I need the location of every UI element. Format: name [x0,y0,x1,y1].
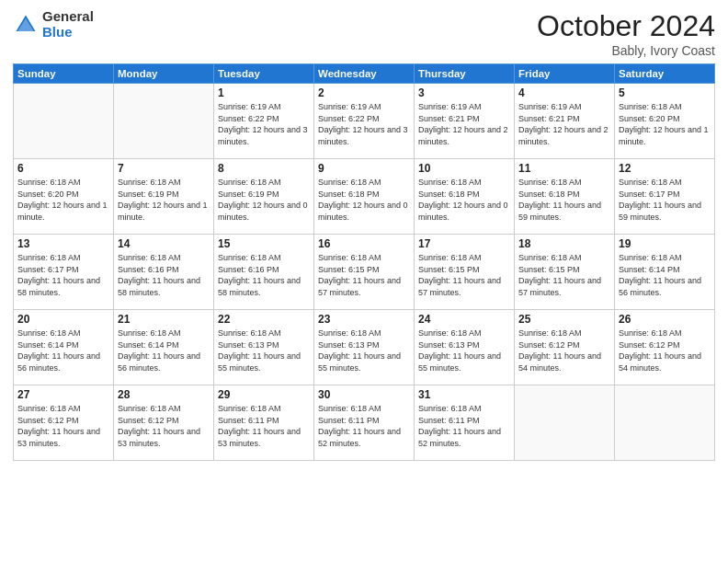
day-number: 13 [17,237,109,250]
day-info: Sunrise: 6:18 AM Sunset: 6:13 PM Dayligh… [218,327,310,373]
day-info: Sunrise: 6:18 AM Sunset: 6:18 PM Dayligh… [418,177,510,223]
calendar-cell: 29Sunrise: 6:18 AM Sunset: 6:11 PM Dayli… [214,385,314,461]
day-info: Sunrise: 6:18 AM Sunset: 6:11 PM Dayligh… [418,403,510,449]
calendar-cell: 3Sunrise: 6:19 AM Sunset: 6:21 PM Daylig… [415,84,515,159]
header: General Blue October 2024 Bably, Ivory C… [13,9,715,58]
day-info: Sunrise: 6:18 AM Sunset: 6:18 PM Dayligh… [318,177,410,223]
day-info: Sunrise: 6:18 AM Sunset: 6:15 PM Dayligh… [418,252,510,298]
title-section: October 2024 Bably, Ivory Coast [537,9,715,58]
day-number: 19 [619,237,711,250]
day-info: Sunrise: 6:18 AM Sunset: 6:12 PM Dayligh… [17,403,109,449]
day-number: 15 [218,237,310,250]
day-number: 4 [518,86,610,99]
calendar-day-header: Wednesday [314,64,415,84]
calendar-cell: 9Sunrise: 6:18 AM Sunset: 6:18 PM Daylig… [314,159,415,235]
calendar-cell: 14Sunrise: 6:18 AM Sunset: 6:16 PM Dayli… [114,235,214,310]
calendar-cell [615,385,715,461]
day-number: 7 [118,162,210,175]
calendar-cell: 5Sunrise: 6:18 AM Sunset: 6:20 PM Daylig… [615,84,715,159]
day-info: Sunrise: 6:19 AM Sunset: 6:22 PM Dayligh… [218,101,310,147]
day-number: 8 [218,162,310,175]
calendar-cell: 16Sunrise: 6:18 AM Sunset: 6:15 PM Dayli… [314,235,415,310]
day-number: 1 [218,86,310,99]
calendar-cell: 25Sunrise: 6:18 AM Sunset: 6:12 PM Dayli… [515,310,615,385]
day-number: 16 [318,237,410,250]
calendar-cell: 2Sunrise: 6:19 AM Sunset: 6:22 PM Daylig… [314,84,415,159]
calendar-cell: 17Sunrise: 6:18 AM Sunset: 6:15 PM Dayli… [415,235,515,310]
day-number: 24 [418,313,510,326]
day-number: 25 [518,313,610,326]
calendar-cell: 24Sunrise: 6:18 AM Sunset: 6:13 PM Dayli… [415,310,515,385]
day-number: 9 [318,162,410,175]
day-number: 29 [218,388,310,401]
day-info: Sunrise: 6:18 AM Sunset: 6:11 PM Dayligh… [318,403,410,449]
calendar-day-header: Saturday [615,64,715,84]
day-number: 28 [118,388,210,401]
calendar-cell: 15Sunrise: 6:18 AM Sunset: 6:16 PM Dayli… [214,235,314,310]
calendar-day-header: Friday [515,64,615,84]
calendar-week-row: 1Sunrise: 6:19 AM Sunset: 6:22 PM Daylig… [14,84,715,159]
calendar-cell [515,385,615,461]
calendar-cell: 11Sunrise: 6:18 AM Sunset: 6:18 PM Dayli… [515,159,615,235]
location: Bably, Ivory Coast [537,43,715,58]
calendar-table: SundayMondayTuesdayWednesdayThursdayFrid… [13,63,715,461]
day-number: 5 [619,86,711,99]
day-number: 10 [418,162,510,175]
calendar-cell: 22Sunrise: 6:18 AM Sunset: 6:13 PM Dayli… [214,310,314,385]
calendar-cell: 4Sunrise: 6:19 AM Sunset: 6:21 PM Daylig… [515,84,615,159]
calendar-cell [114,84,214,159]
calendar-week-row: 6Sunrise: 6:18 AM Sunset: 6:20 PM Daylig… [14,159,715,235]
day-number: 14 [118,237,210,250]
day-number: 11 [518,162,610,175]
day-info: Sunrise: 6:19 AM Sunset: 6:22 PM Dayligh… [318,101,410,147]
day-info: Sunrise: 6:18 AM Sunset: 6:12 PM Dayligh… [518,327,610,373]
calendar-cell: 12Sunrise: 6:18 AM Sunset: 6:17 PM Dayli… [615,159,715,235]
day-number: 20 [17,313,109,326]
calendar-header-row: SundayMondayTuesdayWednesdayThursdayFrid… [14,64,715,84]
calendar-cell: 1Sunrise: 6:19 AM Sunset: 6:22 PM Daylig… [214,84,314,159]
calendar-cell: 20Sunrise: 6:18 AM Sunset: 6:14 PM Dayli… [14,310,114,385]
calendar-cell: 18Sunrise: 6:18 AM Sunset: 6:15 PM Dayli… [515,235,615,310]
calendar-cell: 21Sunrise: 6:18 AM Sunset: 6:14 PM Dayli… [114,310,214,385]
logo-text: General Blue [42,9,94,40]
day-info: Sunrise: 6:18 AM Sunset: 6:19 PM Dayligh… [118,177,210,223]
day-number: 23 [318,313,410,326]
day-info: Sunrise: 6:18 AM Sunset: 6:13 PM Dayligh… [318,327,410,373]
calendar-cell: 13Sunrise: 6:18 AM Sunset: 6:17 PM Dayli… [14,235,114,310]
calendar-cell: 19Sunrise: 6:18 AM Sunset: 6:14 PM Dayli… [615,235,715,310]
day-number: 22 [218,313,310,326]
calendar-cell: 28Sunrise: 6:18 AM Sunset: 6:12 PM Dayli… [114,385,214,461]
day-number: 31 [418,388,510,401]
calendar-cell [14,84,114,159]
calendar-week-row: 13Sunrise: 6:18 AM Sunset: 6:17 PM Dayli… [14,235,715,310]
calendar-cell: 26Sunrise: 6:18 AM Sunset: 6:12 PM Dayli… [615,310,715,385]
calendar-day-header: Tuesday [214,64,314,84]
calendar-day-header: Thursday [415,64,515,84]
day-info: Sunrise: 6:18 AM Sunset: 6:11 PM Dayligh… [218,403,310,449]
day-info: Sunrise: 6:18 AM Sunset: 6:14 PM Dayligh… [118,327,210,373]
calendar-day-header: Sunday [14,64,114,84]
day-info: Sunrise: 6:18 AM Sunset: 6:12 PM Dayligh… [619,327,711,373]
calendar-cell: 31Sunrise: 6:18 AM Sunset: 6:11 PM Dayli… [415,385,515,461]
day-info: Sunrise: 6:19 AM Sunset: 6:21 PM Dayligh… [418,101,510,147]
day-number: 21 [118,313,210,326]
day-info: Sunrise: 6:18 AM Sunset: 6:15 PM Dayligh… [318,252,410,298]
day-info: Sunrise: 6:18 AM Sunset: 6:20 PM Dayligh… [619,101,711,147]
calendar-cell: 23Sunrise: 6:18 AM Sunset: 6:13 PM Dayli… [314,310,415,385]
logo: General Blue [13,9,94,40]
calendar-cell: 6Sunrise: 6:18 AM Sunset: 6:20 PM Daylig… [14,159,114,235]
day-info: Sunrise: 6:19 AM Sunset: 6:21 PM Dayligh… [518,101,610,147]
calendar-cell: 8Sunrise: 6:18 AM Sunset: 6:19 PM Daylig… [214,159,314,235]
day-info: Sunrise: 6:18 AM Sunset: 6:18 PM Dayligh… [518,177,610,223]
calendar-week-row: 27Sunrise: 6:18 AM Sunset: 6:12 PM Dayli… [14,385,715,461]
day-info: Sunrise: 6:18 AM Sunset: 6:16 PM Dayligh… [118,252,210,298]
logo-icon [13,12,39,38]
day-number: 12 [619,162,711,175]
day-info: Sunrise: 6:18 AM Sunset: 6:13 PM Dayligh… [418,327,510,373]
day-number: 30 [318,388,410,401]
page: General Blue October 2024 Bably, Ivory C… [0,0,728,563]
day-info: Sunrise: 6:18 AM Sunset: 6:14 PM Dayligh… [17,327,109,373]
day-info: Sunrise: 6:18 AM Sunset: 6:17 PM Dayligh… [619,177,711,223]
day-info: Sunrise: 6:18 AM Sunset: 6:16 PM Dayligh… [218,252,310,298]
day-info: Sunrise: 6:18 AM Sunset: 6:15 PM Dayligh… [518,252,610,298]
